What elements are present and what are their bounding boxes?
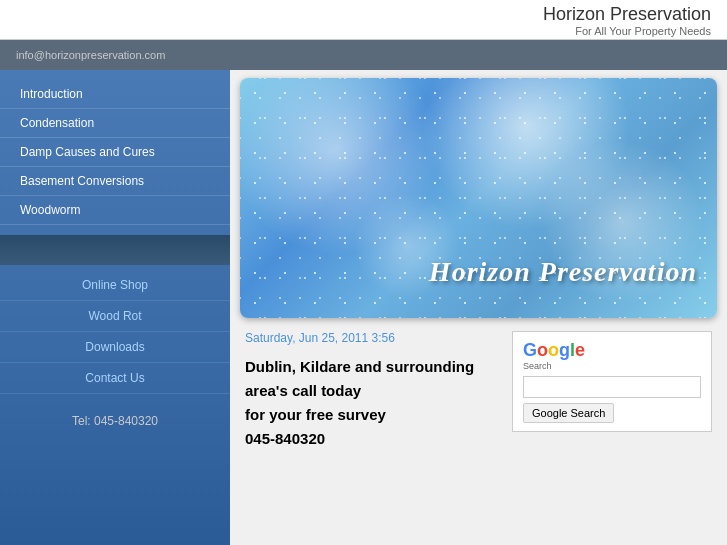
content-body: Google Search Google Search Saturday, Ju…	[230, 326, 727, 545]
topbar: info@horizonpreservation.com	[0, 40, 727, 70]
email-address[interactable]: info@horizonpreservation.com	[16, 49, 165, 61]
google-widget: Google Search Google Search	[512, 331, 712, 432]
sidebar-item-condensation[interactable]: Condensation	[0, 109, 230, 138]
site-title: Horizon Preservation	[16, 4, 711, 25]
sidebar-item-damp-causes[interactable]: Damp Causes and Cures	[0, 138, 230, 167]
sidebar-item-introduction[interactable]: Introduction	[0, 80, 230, 109]
google-sublabel: Search	[523, 361, 701, 371]
content-area: Horizon Preservation Google Search Googl…	[230, 70, 727, 545]
main-layout: Introduction Condensation Damp Causes an…	[0, 70, 727, 545]
header: Horizon Preservation For All Your Proper…	[0, 0, 727, 40]
sidebar-telephone: Tel: 045-840320	[0, 404, 230, 438]
sidebar-item-online-shop[interactable]: Online Shop	[0, 270, 230, 301]
hero-title: Horizon Preservation	[429, 256, 697, 288]
hero-image: Horizon Preservation	[240, 78, 717, 318]
google-logo: Google	[523, 340, 701, 361]
sidebar-item-wood-rot[interactable]: Wood Rot	[0, 301, 230, 332]
sidebar-item-basement[interactable]: Basement Conversions	[0, 167, 230, 196]
sidebar-item-woodworm[interactable]: Woodworm	[0, 196, 230, 225]
sidebar-item-contact-us[interactable]: Contact Us	[0, 363, 230, 394]
sidebar-divider	[0, 235, 230, 265]
sidebar-nav: Introduction Condensation Damp Causes an…	[0, 70, 230, 235]
sidebar-bottom-nav: Online Shop Wood Rot Downloads Contact U…	[0, 265, 230, 545]
google-search-button[interactable]: Google Search	[523, 403, 614, 423]
site-subtitle: For All Your Property Needs	[16, 25, 711, 37]
sidebar-item-downloads[interactable]: Downloads	[0, 332, 230, 363]
google-search-input[interactable]	[523, 376, 701, 398]
sidebar: Introduction Condensation Damp Causes an…	[0, 70, 230, 545]
